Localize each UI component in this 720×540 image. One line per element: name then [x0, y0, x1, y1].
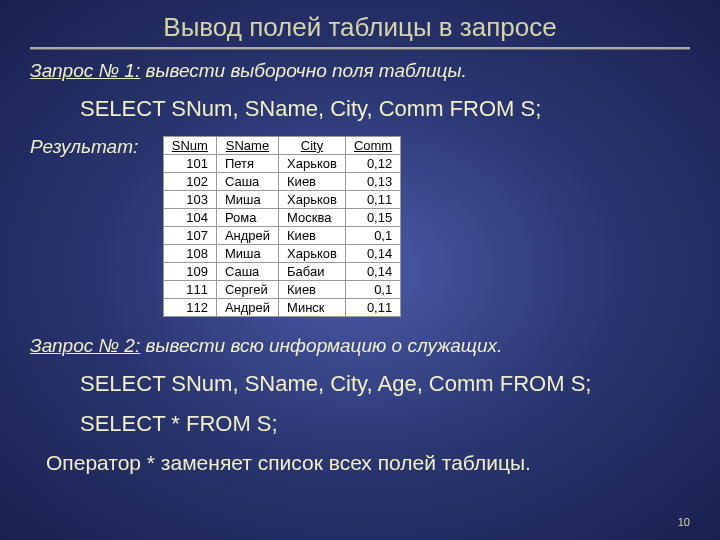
table-cell: Харьков: [279, 155, 346, 173]
table-cell: Рома: [216, 209, 278, 227]
query2-label: Запрос № 2: вывести всю информацию о слу…: [30, 335, 690, 357]
slide-title: Вывод полей таблицы в запросе: [30, 12, 690, 43]
table-cell: Миша: [216, 245, 278, 263]
table-cell: Петя: [216, 155, 278, 173]
result-row: Результат: SNum SName City Comm 101ПетяХ…: [30, 136, 690, 317]
table-cell: 102: [163, 173, 216, 191]
slide: Вывод полей таблицы в запросе Запрос № 1…: [0, 0, 720, 540]
page-number: 10: [678, 516, 690, 528]
query2-sql2: SELECT * FROM S;: [80, 411, 690, 437]
table-cell: 0,1: [345, 227, 400, 245]
col-snum: SNum: [163, 137, 216, 155]
query1-sql: SELECT SNum, SName, City, Comm FROM S;: [80, 96, 690, 122]
table-header-row: SNum SName City Comm: [163, 137, 400, 155]
title-divider: [30, 47, 690, 50]
table-cell: Андрей: [216, 227, 278, 245]
table-cell: 111: [163, 281, 216, 299]
table-cell: Сергей: [216, 281, 278, 299]
result-table-wrap: SNum SName City Comm 101ПетяХарьков0,121…: [163, 136, 401, 317]
table-cell: Москва: [279, 209, 346, 227]
table-row: 101ПетяХарьков0,12: [163, 155, 400, 173]
table-cell: 0,12: [345, 155, 400, 173]
table-cell: Миша: [216, 191, 278, 209]
table-cell: Андрей: [216, 299, 278, 317]
table-cell: 107: [163, 227, 216, 245]
query1-text: вывести выборочно поля таблицы.: [140, 60, 467, 81]
col-city: City: [279, 137, 346, 155]
col-comm: Comm: [345, 137, 400, 155]
table-cell: Саша: [216, 263, 278, 281]
table-row: 103МишаХарьков0,11: [163, 191, 400, 209]
query1-label: Запрос № 1: вывести выборочно поля табли…: [30, 60, 690, 82]
table-cell: Харьков: [279, 245, 346, 263]
table-cell: 104: [163, 209, 216, 227]
table-cell: Харьков: [279, 191, 346, 209]
table-cell: 0,13: [345, 173, 400, 191]
table-cell: 109: [163, 263, 216, 281]
footnote: Оператор * заменяет список всех полей та…: [46, 451, 690, 475]
table-cell: 103: [163, 191, 216, 209]
query2-prefix: Запрос № 2:: [30, 335, 140, 356]
table-row: 109СашаБабаи0,14: [163, 263, 400, 281]
table-cell: 0,14: [345, 245, 400, 263]
table-cell: 101: [163, 155, 216, 173]
table-cell: 0,14: [345, 263, 400, 281]
table-row: 102СашаКиев0,13: [163, 173, 400, 191]
table-row: 107АндрейКиев0,1: [163, 227, 400, 245]
table-cell: Киев: [279, 281, 346, 299]
result-table: SNum SName City Comm 101ПетяХарьков0,121…: [163, 136, 401, 317]
table-cell: Минск: [279, 299, 346, 317]
table-row: 112АндрейМинск0,11: [163, 299, 400, 317]
table-cell: 108: [163, 245, 216, 263]
table-cell: 0,11: [345, 299, 400, 317]
table-cell: 112: [163, 299, 216, 317]
col-sname: SName: [216, 137, 278, 155]
table-cell: Киев: [279, 227, 346, 245]
query1-prefix: Запрос № 1:: [30, 60, 140, 81]
table-row: 108МишаХарьков0,14: [163, 245, 400, 263]
query2-sql1: SELECT SNum, SName, City, Age, Comm FROM…: [80, 371, 690, 397]
table-cell: 0,1: [345, 281, 400, 299]
table-cell: Саша: [216, 173, 278, 191]
table-cell: Бабаи: [279, 263, 346, 281]
table-row: 104РомаМосква0,15: [163, 209, 400, 227]
table-row: 111СергейКиев0,1: [163, 281, 400, 299]
table-cell: 0,15: [345, 209, 400, 227]
table-cell: 0,11: [345, 191, 400, 209]
result-label: Результат:: [30, 136, 138, 158]
table-cell: Киев: [279, 173, 346, 191]
query2-text: вывести всю информацию о служащих.: [140, 335, 502, 356]
